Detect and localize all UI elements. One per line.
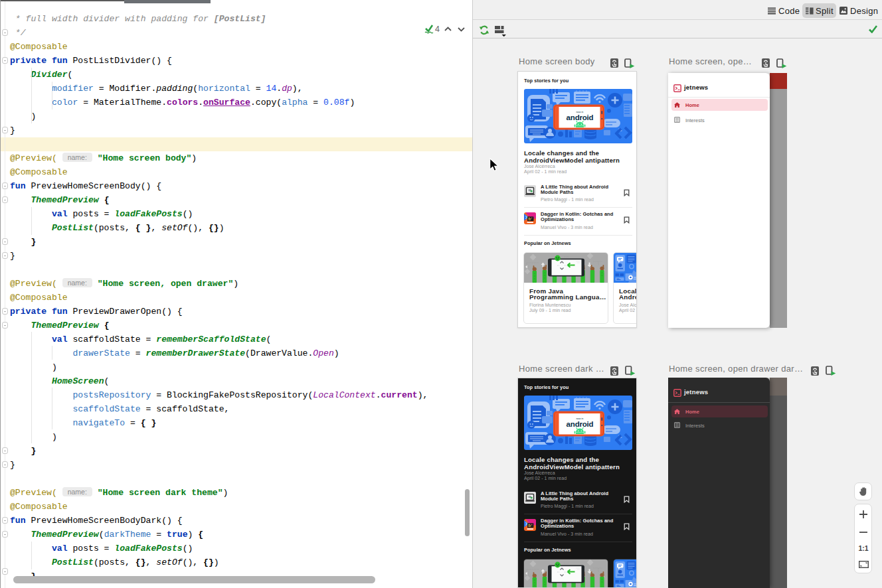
svg-text:4: 4 (435, 25, 440, 34)
